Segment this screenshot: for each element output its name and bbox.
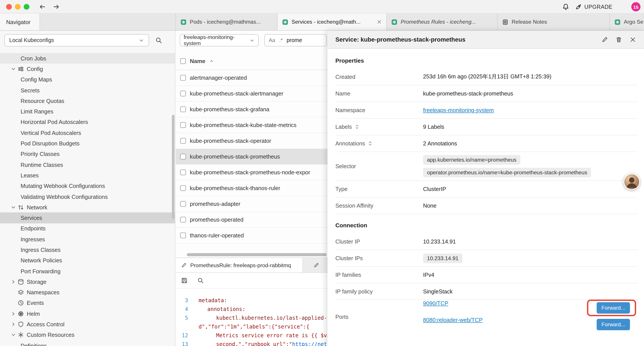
tab-prometheus-rules-icecheng[interactable]: Prometheus Rules - icecheng... [387, 13, 498, 30]
property-label: Cluster IPs [335, 255, 423, 262]
close-tab-icon[interactable] [376, 19, 382, 24]
webcam-avatar[interactable] [624, 173, 640, 190]
regex-toggle[interactable]: .* [279, 37, 282, 43]
row-checkbox[interactable] [180, 169, 186, 175]
drawer-header: Service: kube-prometheus-stack-prometheu… [328, 31, 644, 49]
close-icon[interactable] [630, 36, 636, 43]
sidebar-item-pod-disruption-budgets[interactable]: Pod Disruption Budgets [0, 138, 175, 149]
edit-icon[interactable] [602, 36, 608, 43]
tab-pods-icecheng-mathmas[interactable]: Pods - icecheng@mathmas... [176, 13, 278, 30]
tab-argo-se[interactable]: Argo Se [610, 13, 644, 30]
sidebar-item-horizontal-pod-autoscalers[interactable]: Horizontal Pod Autoscalers [0, 117, 175, 128]
connection-section-title: Connection [335, 222, 638, 231]
sidebar-item-custom-resources[interactable]: Custom Resources [0, 330, 175, 340]
dock-tab-secondary[interactable] [314, 258, 319, 272]
sidebar-item-ingress-classes[interactable]: Ingress Classes [0, 245, 175, 255]
row-checkbox[interactable] [180, 91, 186, 96]
namespace-selector[interactable]: freeleaps-monitoring-system [180, 34, 259, 46]
row-checkbox[interactable] [180, 122, 186, 128]
column-header-name[interactable]: Name [190, 58, 206, 64]
tab-services-icecheng-math[interactable]: Services - icecheng@math... [278, 13, 387, 30]
sidebar-item-leases[interactable]: Leases [0, 170, 175, 181]
chevron-right-icon[interactable] [10, 279, 16, 285]
sidebar-item-runtime-classes[interactable]: Runtime Classes [0, 159, 175, 170]
chevron-right-icon[interactable] [10, 322, 16, 327]
row-checkbox[interactable] [180, 75, 186, 81]
service-name: kube-prometheus-stack-thanos-ruler [190, 185, 280, 191]
sidebar-item-events[interactable]: Events [0, 298, 175, 309]
forward-button[interactable] [52, 3, 60, 10]
sidebar-item-endpoints[interactable]: Endpoints [0, 223, 175, 234]
sidebar-item-resource-quotas[interactable]: Resource Quotas [0, 95, 175, 106]
sidebar-item-limit-ranges[interactable]: Limit Ranges [0, 106, 175, 117]
row-checkbox[interactable] [180, 185, 186, 191]
forward-button[interactable]: Forward... [597, 319, 630, 330]
sidebar-item-network-policies[interactable]: Network Policies [0, 255, 175, 266]
sidebar-item-port-forwarding[interactable]: Port Forwarding [0, 266, 175, 277]
service-name: kube-prometheus-stack-prometheus-node-ex… [190, 169, 310, 176]
sidebar-item-mutating-webhook-configurations[interactable]: Mutating Webhook Configurations [0, 181, 175, 191]
kubeconfig-selector[interactable]: Local Kubeconfigs [4, 34, 149, 46]
row-checkbox[interactable] [180, 217, 186, 223]
chevron-right-icon[interactable] [10, 311, 16, 317]
table-horizontal-scrollbar[interactable] [187, 253, 326, 256]
editor-search-icon[interactable] [197, 277, 204, 284]
sidebar-item-services[interactable]: Services [0, 213, 175, 223]
network-icon [18, 204, 24, 211]
sidebar-item-validating-webhook-configurations[interactable]: Validating Webhook Configurations [0, 191, 175, 202]
sidebar-item-helm[interactable]: Helm [0, 308, 175, 319]
save-icon[interactable] [181, 277, 188, 284]
notifications-bell-icon[interactable] [562, 3, 570, 10]
row-checkbox[interactable] [180, 138, 186, 144]
property-row-selector: Selectorapp.kubernetes.io/name=prometheu… [335, 152, 638, 181]
close-window-button[interactable] [6, 4, 12, 10]
sidebar-item-label: Port Forwarding [20, 268, 60, 274]
sidebar-search-icon[interactable] [155, 37, 162, 44]
value-badge: app.kubernetes.io/name=prometheus [423, 155, 520, 165]
release-notes-icon [502, 19, 508, 25]
property-value: kube-prometheus-stack-prometheus [423, 87, 638, 100]
chevron-down-icon[interactable] [10, 66, 16, 72]
row-checkbox[interactable] [180, 106, 186, 112]
minimize-window-button[interactable] [15, 4, 20, 10]
sidebar-item-definitions[interactable]: Definitions [0, 340, 175, 346]
sidebar-item-priority-classes[interactable]: Priority Classes [0, 149, 175, 159]
chevron-down-icon[interactable] [10, 205, 16, 210]
sidebar-item-namespaces[interactable]: Namespaces [0, 287, 175, 298]
sidebar-item-cron-jobs[interactable]: Cron Jobs [0, 53, 175, 64]
sidebar-item-access-control[interactable]: Access Control [0, 319, 175, 330]
port-link[interactable]: 8080:reloader-web/TCP [423, 317, 483, 323]
sidebar-item-storage[interactable]: Storage [0, 276, 175, 287]
forward-button[interactable]: Forward... [597, 302, 630, 314]
search-filter-input[interactable]: Aa .* prome [264, 34, 326, 46]
port-link[interactable]: 9090/TCP [423, 300, 448, 307]
sidebar-item-config[interactable]: Config [0, 64, 175, 74]
chevron-down-icon[interactable] [10, 332, 16, 338]
property-label: Labels [335, 123, 423, 130]
row-checkbox[interactable] [180, 201, 186, 207]
sort-ascending-icon[interactable] [209, 59, 214, 63]
tab-label: Release Notes [512, 19, 547, 25]
select-all-checkbox[interactable] [180, 58, 186, 64]
notification-count-badge[interactable]: 15 [631, 2, 640, 11]
trash-icon[interactable] [616, 36, 622, 43]
back-button[interactable] [38, 3, 46, 10]
sidebar-item-secrets[interactable]: Secrets [0, 85, 175, 96]
row-checkbox[interactable] [180, 233, 186, 238]
sidebar-item-ingresses[interactable]: Ingresses [0, 234, 175, 245]
zoom-window-button[interactable] [24, 4, 29, 10]
match-case-toggle[interactable]: Aa [269, 37, 275, 43]
sidebar-item-vertical-pod-autoscalers[interactable]: Vertical Pod Autoscalers [0, 127, 175, 138]
dock-tab-label: PrometheusRule: freeleaps-prod-rabbitmq [190, 262, 291, 268]
sidebar-item-config-maps[interactable]: Config Maps [0, 74, 175, 85]
value-badge: 10.233.14.91 [423, 253, 462, 263]
sidebar-item-network[interactable]: Network [0, 202, 175, 213]
dock-tab-prometheusrule[interactable]: PrometheusRule: freeleaps-prod-rabbitmq [176, 258, 303, 272]
unfold-more-icon[interactable] [367, 141, 373, 146]
row-checkbox[interactable] [180, 154, 186, 159]
namespace-link[interactable]: freeleaps-monitoring-system [423, 107, 494, 113]
unfold-more-icon[interactable] [354, 124, 360, 130]
sidebar-scrollbar[interactable] [172, 115, 174, 219]
upgrade-button[interactable]: UPGRADE [575, 0, 612, 13]
tab-release-notes[interactable]: Release Notes [498, 13, 610, 30]
